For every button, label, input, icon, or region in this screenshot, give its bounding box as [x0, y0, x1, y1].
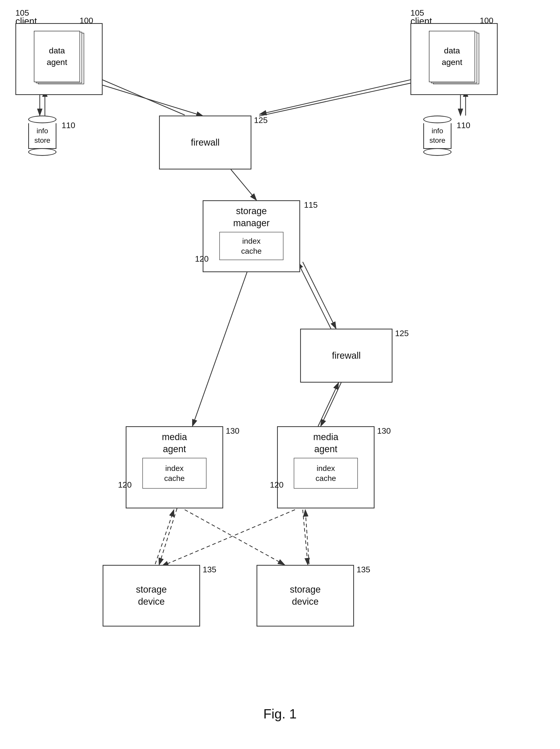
annot-135-left: 135: [203, 565, 216, 574]
storage-manager-label: storagemanager: [233, 205, 270, 229]
client-left-box: dataagent: [15, 23, 103, 95]
storage-device-left-label: storagedevice: [136, 584, 167, 608]
annot-110-right: 110: [456, 121, 470, 130]
info-store-right: infostore: [423, 115, 451, 156]
svg-line-9: [297, 262, 331, 329]
svg-line-8: [303, 262, 336, 329]
client-right-box: dataagent: [410, 23, 498, 95]
annot-120-right: 120: [270, 480, 284, 490]
info-store-left: infostore: [28, 115, 57, 156]
media-agent-right-box: mediaagent indexcache: [277, 426, 375, 508]
storage-device-left-box: storagedevice: [103, 565, 200, 626]
data-agent-right-label: dataagent: [442, 45, 462, 68]
index-cache-left-label: indexcache: [164, 463, 185, 483]
data-agent-right-stack: dataagent: [428, 31, 480, 87]
svg-line-18: [305, 510, 309, 564]
info-store-right-label: infostore: [429, 126, 445, 145]
svg-line-7: [231, 169, 256, 200]
annot-105-right: 105: [410, 8, 424, 18]
annot-110-left: 110: [62, 121, 75, 130]
data-agent-left-label: dataagent: [47, 45, 67, 68]
index-cache-right-label: indexcache: [316, 463, 336, 483]
annot-125-top: 125: [254, 115, 268, 125]
svg-line-12: [318, 383, 339, 426]
firewall-top-label: firewall: [191, 136, 220, 149]
annot-115: 115: [304, 200, 318, 210]
data-agent-left-stack: dataagent: [33, 31, 85, 87]
svg-line-15: [162, 510, 295, 566]
svg-line-11: [321, 383, 341, 426]
annot-120-left: 120: [118, 480, 132, 490]
annot-120-main: 120: [195, 254, 208, 264]
svg-line-13: [159, 508, 177, 565]
media-agent-right-label: mediaagent: [313, 431, 338, 455]
index-cache-main: indexcache: [219, 232, 284, 260]
svg-line-17: [155, 510, 174, 564]
svg-line-14: [185, 510, 285, 565]
storage-manager-box: storagemanager indexcache: [203, 200, 300, 272]
media-agent-left-label: mediaagent: [162, 431, 187, 455]
media-agent-left-box: mediaagent indexcache: [126, 426, 223, 508]
svg-line-10: [193, 267, 249, 426]
index-cache-right: indexcache: [294, 458, 358, 489]
index-cache-main-label: indexcache: [241, 236, 262, 256]
annot-130-right: 130: [377, 426, 391, 436]
annot-135-right: 135: [357, 565, 370, 574]
firewall-mid-box: firewall: [300, 329, 393, 383]
firewall-top-box: firewall: [159, 115, 251, 169]
annot-125-mid: 125: [395, 329, 409, 338]
firewall-mid-label: firewall: [332, 350, 361, 362]
annot-105-left: 105: [15, 8, 29, 18]
storage-device-right-label: storagedevice: [290, 584, 321, 608]
figure-caption: Fig. 1: [0, 706, 560, 722]
annot-130-left: 130: [226, 426, 239, 436]
info-store-left-label: infostore: [35, 126, 50, 145]
index-cache-left: indexcache: [142, 458, 206, 489]
diagram: client 105 100 dataagent infostore 110 c…: [0, 0, 560, 732]
svg-line-16: [303, 510, 308, 565]
storage-device-right-box: storagedevice: [256, 565, 354, 626]
